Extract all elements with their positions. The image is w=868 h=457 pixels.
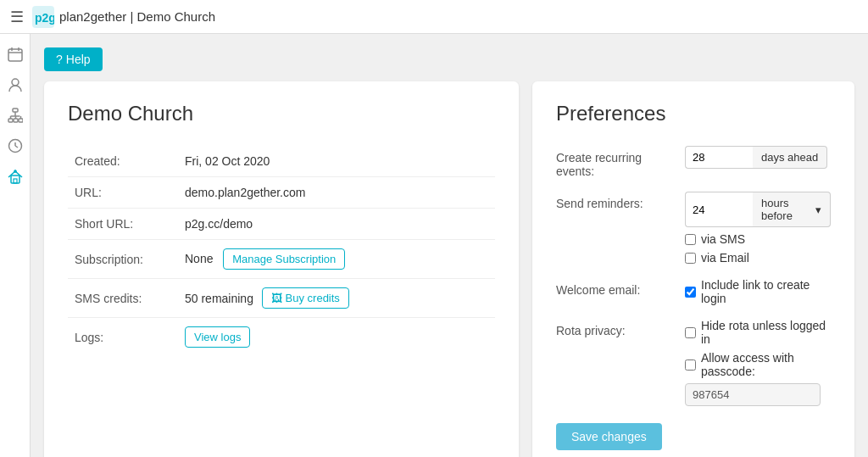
svg-rect-10 xyxy=(19,119,23,122)
welcome-email-row: Include link to create login xyxy=(685,278,831,305)
cards-row: Demo Church Created: Fri, 02 Oct 2020 UR… xyxy=(44,81,854,457)
app-title: plan2gether | Demo Church xyxy=(59,9,215,24)
allow-access-checkbox[interactable] xyxy=(685,359,696,371)
short-url-value: p2g.cc/demo xyxy=(178,209,495,240)
recurring-events-suffix: days ahead xyxy=(753,146,827,169)
rota-privacy-label: Rota privacy: xyxy=(556,319,675,337)
reminders-input-group: hours before ▾ xyxy=(685,192,831,227)
save-changes-button[interactable]: Save changes xyxy=(556,423,662,450)
reminders-suffix[interactable]: hours before ▾ xyxy=(753,192,831,227)
via-sms-checkbox[interactable] xyxy=(685,234,696,245)
reminders-input[interactable] xyxy=(685,192,753,227)
welcome-email-checkbox[interactable] xyxy=(685,287,696,298)
svg-text:p2g: p2g xyxy=(35,11,54,25)
help-label: Help xyxy=(66,53,91,66)
church-card-title: Demo Church xyxy=(68,102,495,125)
svg-rect-9 xyxy=(14,119,18,122)
buy-credits-label: Buy credits xyxy=(286,292,340,304)
via-sms-row: via SMS xyxy=(685,232,831,246)
table-row: URL: demo.plan2gether.com xyxy=(68,177,495,209)
manage-subscription-button[interactable]: Manage Subscription xyxy=(223,248,345,270)
buy-credits-button[interactable]: 🖼 Buy credits xyxy=(262,287,349,309)
person-icon xyxy=(8,77,23,92)
info-table: Created: Fri, 02 Oct 2020 URL: demo.plan… xyxy=(68,146,495,356)
church-icon xyxy=(8,169,23,184)
url-label: URL: xyxy=(68,177,178,209)
sidebar-item-hierarchy[interactable] xyxy=(2,102,29,129)
short-url-label: Short URL: xyxy=(68,209,178,240)
created-value: Fri, 02 Oct 2020 xyxy=(178,146,495,177)
recurring-events-input[interactable] xyxy=(685,146,753,169)
table-row: SMS credits: 50 remaining 🖼 Buy credits xyxy=(68,279,495,318)
svg-point-6 xyxy=(12,79,19,86)
help-button[interactable]: ? Help xyxy=(44,47,103,71)
table-row: Short URL: p2g.cc/demo xyxy=(68,209,495,240)
logs-cell: View logs xyxy=(178,318,495,357)
table-row: Logs: View logs xyxy=(68,318,495,357)
welcome-email-checkbox-label: Include link to create login xyxy=(701,278,831,305)
via-email-label: via Email xyxy=(701,251,749,265)
preferences-grid: Create recurring events: days ahead Send… xyxy=(556,146,831,406)
app-logo: p2g plan2gether | Demo Church xyxy=(32,6,215,28)
preferences-card: Preferences Create recurring events: day… xyxy=(532,81,854,457)
buy-credits-icon: 🖼 xyxy=(271,292,282,304)
sms-credits-cell: 50 remaining 🖼 Buy credits xyxy=(178,279,495,318)
sidebar-item-calendar[interactable] xyxy=(2,41,29,68)
main-content: ? Help Demo Church Created: Fri, 02 Oct … xyxy=(31,34,868,457)
chevron-down-icon: ▾ xyxy=(815,203,821,216)
rota-privacy-control: Hide rota unless logged in Allow access … xyxy=(685,319,831,406)
svg-line-18 xyxy=(15,146,18,148)
recurring-events-input-group: days ahead xyxy=(685,146,831,169)
help-button-container: ? Help xyxy=(44,47,854,71)
allow-access-label: Allow access with passcode: xyxy=(701,351,831,378)
created-label: Created: xyxy=(68,146,178,177)
via-email-checkbox[interactable] xyxy=(685,253,696,264)
sms-credits-value: 50 remaining xyxy=(185,292,253,305)
church-info-card: Demo Church Created: Fri, 02 Oct 2020 UR… xyxy=(44,81,519,457)
sidebar xyxy=(0,34,31,457)
recurring-events-label: Create recurring events: xyxy=(556,146,675,178)
sidebar-item-church[interactable] xyxy=(2,163,29,190)
svg-rect-8 xyxy=(8,119,13,122)
view-logs-button[interactable]: View logs xyxy=(185,326,250,348)
table-row: Subscription: None Manage Subscription xyxy=(68,240,495,279)
sidebar-item-clock[interactable] xyxy=(2,132,29,159)
send-reminders-control: hours before ▾ via SMS via Email xyxy=(685,192,831,265)
subscription-cell: None Manage Subscription xyxy=(178,240,495,279)
hide-rota-label: Hide rota unless logged in xyxy=(701,319,831,346)
layout: ? Help Demo Church Created: Fri, 02 Oct … xyxy=(0,34,868,457)
hierarchy-icon xyxy=(8,108,23,123)
via-email-row: via Email xyxy=(685,251,831,265)
recurring-events-control: days ahead xyxy=(685,146,831,169)
clock-icon xyxy=(8,138,23,153)
hide-rota-checkbox[interactable] xyxy=(685,327,696,338)
logo-icon: p2g xyxy=(32,6,54,28)
subscription-value: None xyxy=(185,252,213,265)
svg-rect-2 xyxy=(8,49,22,61)
url-value: demo.plan2gether.com xyxy=(178,177,495,209)
welcome-email-label: Welcome email: xyxy=(556,278,675,297)
hide-rota-row: Hide rota unless logged in xyxy=(685,319,831,346)
reminders-suffix-label: hours before xyxy=(761,197,812,222)
table-row: Created: Fri, 02 Oct 2020 xyxy=(68,146,495,177)
logs-label: Logs: xyxy=(68,318,178,357)
preferences-card-title: Preferences xyxy=(556,102,831,125)
subscription-label: Subscription: xyxy=(68,240,178,279)
credits-row: 50 remaining 🖼 Buy credits xyxy=(185,287,488,309)
menu-icon[interactable]: ☰ xyxy=(10,8,24,26)
sms-credits-label: SMS credits: xyxy=(68,279,178,318)
calendar-icon xyxy=(8,47,23,62)
passcode-input[interactable] xyxy=(685,383,821,406)
via-sms-label: via SMS xyxy=(701,232,745,246)
sidebar-item-person[interactable] xyxy=(2,71,29,98)
help-icon: ? xyxy=(56,53,63,66)
svg-rect-7 xyxy=(13,109,18,112)
allow-access-row: Allow access with passcode: xyxy=(685,351,831,378)
topbar: ☰ p2g plan2gether | Demo Church xyxy=(0,0,868,34)
send-reminders-label: Send reminders: xyxy=(556,192,675,210)
welcome-email-control: Include link to create login xyxy=(685,278,831,305)
